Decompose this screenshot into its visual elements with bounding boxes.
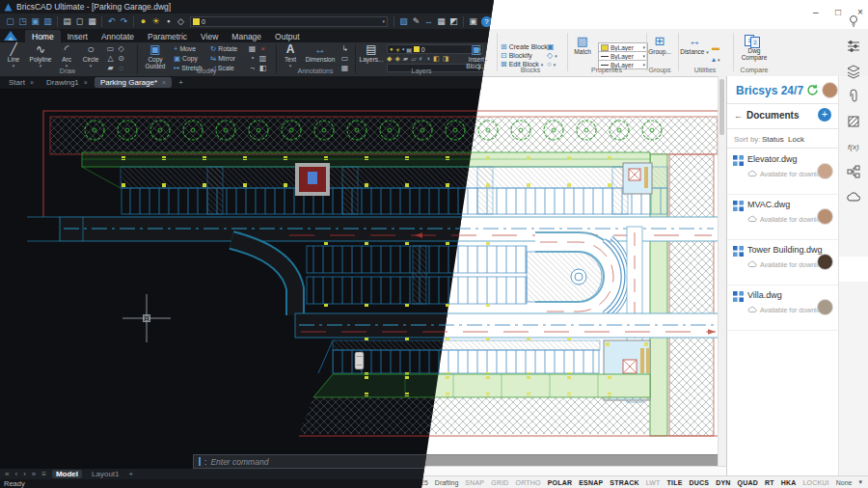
tab-home[interactable]: Home <box>25 30 61 42</box>
save-icon[interactable]: ▣ <box>29 16 41 26</box>
layer-thaw-icon[interactable]: ☀ <box>149 16 162 26</box>
tab-parking-garage[interactable]: Parking Garage* × <box>95 77 172 88</box>
rotate-button[interactable]: ↻Rotate <box>210 44 237 52</box>
list-item[interactable]: Elevator.dwg Available for download <box>727 149 839 195</box>
toggle-rt[interactable]: RT <box>765 479 774 486</box>
polyline-button[interactable]: ∿ Polyline ▾ <box>26 43 55 69</box>
close-icon[interactable]: × <box>84 79 88 86</box>
match-properties-button[interactable]: ▧ Match <box>569 34 596 55</box>
publish-icon[interactable]: ▦ <box>86 16 98 26</box>
blockify-button[interactable]: ⊡ Blockify <box>501 51 532 60</box>
tab-drawing1[interactable]: Drawing1 × <box>41 77 94 88</box>
redo-icon[interactable]: ↷ <box>118 16 130 26</box>
utility-tool-button[interactable]: ▴ ▾ <box>712 55 720 64</box>
line-button[interactable]: ╱ Line ▾ <box>2 43 25 69</box>
block-tool-button[interactable]: ◇ ▾ <box>547 51 557 60</box>
workspace-name[interactable]: Drafting <box>435 479 459 486</box>
close-icon[interactable]: × <box>30 79 34 86</box>
toggle-grid[interactable]: GRID <box>491 479 508 486</box>
text-button[interactable]: A Text ▾ <box>280 43 301 69</box>
toggle-hka[interactable]: HKA <box>781 479 797 486</box>
dwg-compare-button[interactable]: 1 2 Dwg Compare <box>737 34 772 61</box>
open-file-icon[interactable]: ◳ <box>16 16 29 26</box>
toggle-polar[interactable]: POLAR <box>548 479 573 486</box>
attachments-paperclip-icon[interactable] <box>846 89 861 104</box>
tab-manage[interactable]: Manage <box>225 30 268 42</box>
app-menu-button[interactable] <box>0 29 21 42</box>
toggle-lwt[interactable]: LWT <box>646 479 661 486</box>
toggle-tile[interactable]: TILE <box>667 479 683 486</box>
plot-icon[interactable]: ▤ <box>61 16 73 26</box>
refresh-icon[interactable] <box>806 84 819 96</box>
minimize-button[interactable]: – <box>813 7 819 17</box>
grid-tool-icon[interactable]: ▦ <box>435 16 448 26</box>
back-arrow-icon[interactable]: ← <box>734 111 743 121</box>
edit-icon[interactable]: ✎ <box>410 16 422 26</box>
fields-fx-icon[interactable]: f(x) <box>846 139 861 154</box>
undo-icon[interactable]: ↶ <box>105 16 118 26</box>
toggle-esnap[interactable]: ESNAP <box>579 479 603 486</box>
layer-freeze-icon[interactable]: ◇ <box>175 16 187 26</box>
chevron-down-icon[interactable]: ▾ <box>858 478 862 486</box>
toggle-quad[interactable]: QUAD <box>738 479 758 486</box>
hatch-pattern-icon[interactable] <box>846 114 861 129</box>
tab-output[interactable]: Output <box>268 30 307 42</box>
toggle-ortho[interactable]: ORTHO <box>516 479 541 486</box>
cloud-247-icon[interactable] <box>846 189 861 204</box>
create-block-button[interactable]: ⊞ Create Block <box>501 42 548 51</box>
layout-list-icon[interactable]: ≡ <box>41 470 46 478</box>
close-icon[interactable]: × <box>162 79 166 86</box>
toggle-ducs[interactable]: DUCS <box>690 479 710 486</box>
copy-guided-button[interactable]: ▣ Copy Guided <box>141 43 170 69</box>
tab-model[interactable]: Model <box>52 470 82 478</box>
toggle-strack[interactable]: STRACK <box>610 479 638 486</box>
copy-button[interactable]: ▣Copy <box>174 54 198 62</box>
structure-icon[interactable] <box>846 164 861 179</box>
list-item[interactable]: Villa.dwg Available for download <box>727 285 839 331</box>
settings-sliders-icon[interactable] <box>846 39 861 54</box>
measure-icon[interactable]: ↔ <box>422 16 435 26</box>
list-item[interactable]: MVAC.dwg Available for download <box>727 194 839 240</box>
add-layout-button[interactable]: + <box>129 470 134 478</box>
tab-layout1[interactable]: Layout1 <box>88 470 122 478</box>
toggle-snap[interactable]: SNAP <box>465 479 484 486</box>
tab-annotate[interactable]: Annotate <box>95 30 141 42</box>
first-layout-icon[interactable]: « <box>5 470 9 478</box>
preview-icon[interactable]: ◻ <box>73 16 86 26</box>
match-properties-icon[interactable]: ▨ <box>397 16 410 26</box>
tab-parametric[interactable]: Parametric <box>141 30 194 42</box>
new-file-icon[interactable]: ▢ <box>4 16 16 26</box>
next-layout-icon[interactable]: › <box>23 470 26 478</box>
move-button[interactable]: +Move <box>174 44 196 52</box>
new-tab-button[interactable]: + <box>173 77 189 88</box>
prev-layout-icon[interactable]: ‹ <box>14 470 17 478</box>
arc-button[interactable]: ◜ Arc ▾ <box>56 43 77 69</box>
layers-icon[interactable] <box>846 64 861 79</box>
image-icon[interactable]: ▣ <box>467 16 479 26</box>
tab-insert[interactable]: Insert <box>61 30 95 42</box>
snap-mode-value[interactable]: None <box>836 479 853 486</box>
utility-tool-button[interactable]: ▬ <box>712 43 719 52</box>
group-button[interactable]: ⊞ Group... <box>644 34 675 55</box>
tips-bulb-icon[interactable] <box>846 14 861 29</box>
layer-dropdown[interactable]: 0 ▾ <box>190 16 388 27</box>
layers-manager-button[interactable]: ▤ Layers... <box>358 43 385 63</box>
erase-icon[interactable]: ◩ <box>448 16 460 26</box>
mirror-button[interactable]: ⇋Mirror <box>210 54 235 62</box>
add-document-button[interactable]: + <box>818 108 831 122</box>
avatar[interactable] <box>822 82 838 98</box>
save-as-icon[interactable]: ▥ <box>41 16 54 26</box>
scrollbar-thumb[interactable] <box>719 79 724 135</box>
sort-tab-lock[interactable]: Lock <box>788 135 804 144</box>
distance-button[interactable]: ↔ Distance ▾ <box>680 34 709 56</box>
tab-start[interactable]: Start × <box>3 77 40 88</box>
layer-lock-icon[interactable]: ▪ <box>162 16 175 26</box>
maximize-button[interactable]: □ <box>835 7 841 17</box>
sort-tab-status[interactable]: Status <box>762 135 784 144</box>
list-item[interactable]: Tower Building.dwg Available for downloa… <box>727 239 839 285</box>
last-layout-icon[interactable]: » <box>32 470 36 478</box>
toggle-dyn[interactable]: DYN <box>716 479 730 486</box>
circle-button[interactable]: ○ Circle ▾ <box>78 43 103 69</box>
dimension-button[interactable]: ↔ Dimension <box>303 43 338 63</box>
tab-view[interactable]: View <box>194 30 225 42</box>
